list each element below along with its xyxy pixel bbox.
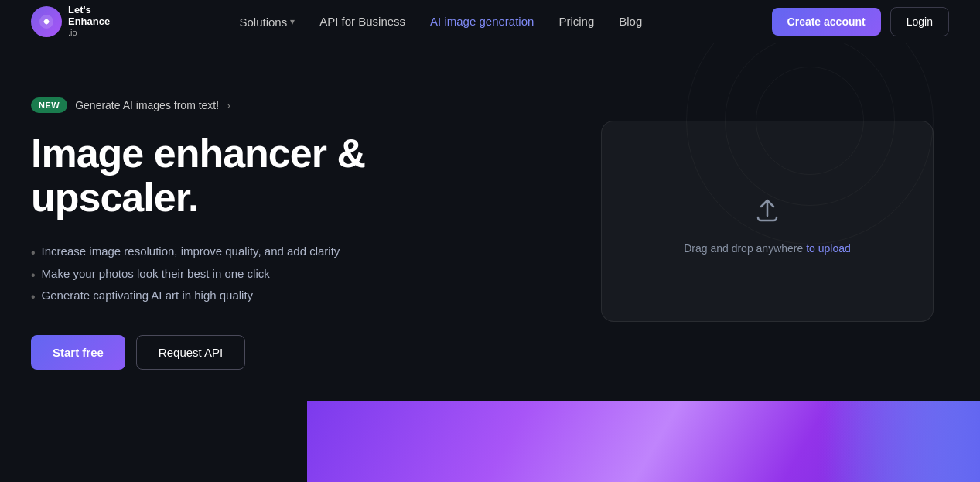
logo-icon bbox=[31, 6, 62, 37]
new-badge-row: NEW Generate AI images from text! › bbox=[31, 97, 464, 113]
nav-links: Solutions ▾ API for Business AI image ge… bbox=[240, 15, 643, 29]
left-fade-overlay bbox=[0, 401, 162, 482]
nav-solutions[interactable]: Solutions ▾ bbox=[240, 15, 295, 29]
list-item: Make your photos look their best in one … bbox=[31, 264, 464, 285]
nav-api[interactable]: API for Business bbox=[319, 15, 405, 29]
navbar: Let's Enhance .io Solutions ▾ API for Bu… bbox=[0, 0, 980, 43]
hero-section: NEW Generate AI images from text! › Imag… bbox=[0, 43, 980, 401]
hero-upload-area: Drag and drop anywhere to upload bbox=[562, 90, 949, 337]
hero-buttons: Start free Request API bbox=[31, 335, 464, 370]
upload-icon bbox=[746, 188, 789, 231]
upload-instruction: Drag and drop anywhere to upload bbox=[684, 242, 851, 255]
badge-text: Generate AI images from text! bbox=[75, 99, 219, 111]
logo-text: Let's Enhance .io bbox=[68, 5, 110, 38]
hero-bullets: Increase image resolution, improve quali… bbox=[31, 241, 464, 307]
hero-title: Image enhancer & upscaler. bbox=[31, 132, 464, 220]
pricing-link[interactable]: Pricing bbox=[558, 15, 594, 28]
upload-dropzone[interactable]: Drag and drop anywhere to upload bbox=[601, 121, 934, 322]
hero-content: NEW Generate AI images from text! › Imag… bbox=[31, 90, 464, 370]
nav-ai-generation[interactable]: AI image generation bbox=[430, 15, 534, 29]
upload-link[interactable]: to upload bbox=[806, 242, 851, 255]
api-link[interactable]: API for Business bbox=[319, 15, 405, 28]
solutions-link[interactable]: Solutions ▾ bbox=[240, 15, 295, 29]
list-item: Increase image resolution, improve quali… bbox=[31, 241, 464, 263]
bottom-preview-band bbox=[0, 401, 980, 482]
list-item: Generate captivating AI art in high qual… bbox=[31, 285, 464, 307]
blog-link[interactable]: Blog bbox=[619, 15, 642, 28]
start-free-button[interactable]: Start free bbox=[31, 335, 125, 370]
create-account-button[interactable]: Create account bbox=[772, 8, 881, 36]
nav-cta: Create account Login bbox=[772, 7, 949, 36]
nav-blog[interactable]: Blog bbox=[619, 15, 642, 29]
ai-generation-link[interactable]: AI image generation bbox=[430, 15, 534, 28]
request-api-button[interactable]: Request API bbox=[136, 335, 245, 370]
login-button[interactable]: Login bbox=[890, 7, 949, 36]
svg-point-1 bbox=[44, 19, 49, 24]
badge-arrow-icon: › bbox=[227, 99, 230, 111]
nav-pricing[interactable]: Pricing bbox=[558, 15, 594, 29]
logo[interactable]: Let's Enhance .io bbox=[31, 5, 110, 38]
right-fade-overlay bbox=[818, 401, 980, 482]
new-badge: NEW bbox=[31, 97, 67, 113]
chevron-down-icon: ▾ bbox=[290, 16, 295, 27]
